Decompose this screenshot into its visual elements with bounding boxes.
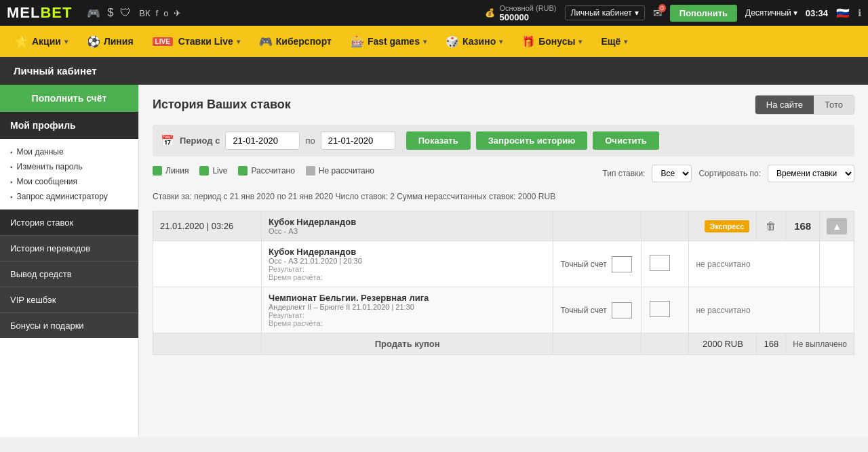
sidebar-admin-request[interactable]: Запрос администратору bbox=[10, 189, 128, 204]
sidebar-profile-label: Мой профиль bbox=[10, 120, 76, 131]
decimal-chevron-icon: ▾ bbox=[793, 8, 797, 18]
legend-line-box bbox=[153, 166, 162, 176]
exact-score-label-1: Точный счет bbox=[560, 256, 634, 272]
nav-live-label: Ставки Live bbox=[178, 36, 233, 47]
casino-chevron-icon: ▾ bbox=[499, 38, 502, 45]
star-icon: ⭐ bbox=[15, 35, 28, 48]
balance-label: Основной (RUB) bbox=[499, 4, 556, 12]
detail-score-1 bbox=[642, 241, 689, 287]
logo-mel: MEL bbox=[7, 4, 40, 21]
account-button[interactable]: Личный кабинет ▾ bbox=[565, 5, 645, 20]
chevron-down-icon: ▾ bbox=[635, 8, 639, 18]
decimal-selector[interactable]: Десятичный ▾ bbox=[745, 8, 797, 18]
fastgames-icon: 🎰 bbox=[351, 35, 364, 48]
nav-item-esport[interactable]: 🎮 Киберспорт bbox=[251, 31, 340, 52]
detail-tournament-1: Кубок Нидерландов bbox=[269, 247, 546, 257]
sidebar-profile-section[interactable]: Мой профиль bbox=[0, 112, 138, 139]
date-to-input[interactable] bbox=[321, 131, 395, 150]
sidebar-my-messages[interactable]: Мои сообщения bbox=[10, 174, 128, 189]
nav-more-label: Ещё bbox=[601, 36, 620, 47]
clear-button[interactable]: Очистить bbox=[593, 131, 659, 150]
nav-bonus-label: Бонусы bbox=[538, 36, 575, 47]
sidebar-withdraw-label: Вывод средств bbox=[10, 269, 72, 279]
sell-row: Продать купон 2000 RUB 168 Не выплачено bbox=[153, 333, 854, 355]
detail-calc-time-label-2: Время расчёта: bbox=[269, 319, 546, 327]
account-label: Личный кабинет bbox=[571, 8, 632, 18]
sell-status: Не выплачено bbox=[793, 340, 847, 349]
expand-button[interactable]: ▲ bbox=[827, 218, 847, 234]
detail-match-2: Чемпионат Бельгии. Резервная лига Андерл… bbox=[262, 287, 553, 333]
legend-row: Линия Live Рассчитано Не рассчитано bbox=[153, 166, 374, 176]
nav-item-live[interactable]: LIVE Ставки Live ▾ bbox=[144, 32, 248, 51]
sidebar-vip-cashback[interactable]: VIP кешбэк bbox=[0, 287, 138, 312]
top-bar: MELBET 🎮 $ 🛡 ВК f о ✈ 💰 Основной (RUB) 5… bbox=[0, 0, 868, 26]
sidebar-withdraw[interactable]: Вывод средств bbox=[0, 261, 138, 287]
sort-select[interactable]: Времени ставки bbox=[768, 165, 854, 182]
bet-detail-row-2: Чемпионат Бельгии. Резервная лига Андерл… bbox=[153, 287, 854, 333]
detail-date-1 bbox=[153, 241, 262, 287]
show-button[interactable]: Показать bbox=[406, 131, 471, 150]
nav-item-more[interactable]: Ещё ▾ bbox=[593, 32, 635, 51]
deposit-button[interactable]: Пополнить bbox=[670, 5, 737, 22]
content-area: История Ваших ставок На сайте Тото 📅 Пер… bbox=[139, 85, 868, 437]
nav-item-line[interactable]: ⚽ Линия bbox=[79, 31, 142, 52]
toggle-site-button[interactable]: На сайте bbox=[755, 96, 814, 114]
sidebar-bet-history[interactable]: История ставок bbox=[0, 209, 138, 235]
bet-market-header bbox=[553, 211, 642, 241]
nav-item-promo[interactable]: ⭐ Акции ▾ bbox=[7, 31, 76, 52]
nav-line-label: Линия bbox=[104, 36, 134, 47]
shield-icon[interactable]: 🛡 bbox=[120, 7, 131, 19]
logo[interactable]: MELBET bbox=[7, 4, 72, 22]
sidebar-bonuses[interactable]: Бонусы и подарки bbox=[0, 312, 138, 338]
info-icon[interactable]: ℹ bbox=[858, 7, 861, 18]
bonus-icon: 🎁 bbox=[521, 35, 535, 48]
request-history-button[interactable]: Запросить историю bbox=[476, 131, 588, 150]
telegram-icon[interactable]: ✈ bbox=[174, 8, 181, 18]
bet-date-value: 21.01.2020 | 03:26 bbox=[160, 221, 233, 231]
deposit-account-button[interactable]: Пополнить счёт bbox=[0, 85, 138, 112]
bet-type-cell: Экспресс bbox=[689, 211, 757, 241]
language-flag[interactable]: 🇷🇺 bbox=[836, 7, 850, 20]
sell-coupon-label[interactable]: Продать купон bbox=[375, 339, 440, 349]
cabinet-title: Личный кабинет bbox=[14, 65, 97, 77]
nav-item-fastgames[interactable]: 🎰 Fast games ▾ bbox=[342, 31, 435, 52]
sidebar-my-data[interactable]: Мои данные bbox=[10, 144, 128, 159]
live-badge: LIVE bbox=[153, 37, 173, 46]
mail-button[interactable]: ✉ 0 bbox=[653, 7, 662, 20]
vk-icon[interactable]: ВК bbox=[139, 8, 150, 18]
instagram-icon[interactable]: о bbox=[163, 8, 168, 18]
sidebar-bonuses-label: Бонусы и подарки bbox=[10, 321, 84, 331]
esport-icon: 🎮 bbox=[259, 35, 273, 48]
sell-amount: 2000 RUB bbox=[703, 339, 743, 349]
sidebar-transfer-history[interactable]: История переводов bbox=[0, 235, 138, 261]
game-icon[interactable]: 🎮 bbox=[87, 7, 100, 20]
nav-item-casino[interactable]: 🎲 Казино ▾ bbox=[437, 31, 511, 52]
not-calculated-label-2: не рассчитано bbox=[696, 306, 750, 315]
bet-detail-row-1: Кубок Нидерландов Осс - АЗ 21.01.2020 | … bbox=[153, 241, 854, 287]
toggle-toto-button[interactable]: Тото bbox=[814, 96, 854, 114]
nav-item-bonus[interactable]: 🎁 Бонусы ▾ bbox=[513, 31, 590, 52]
page-title-row: История Ваших ставок На сайте Тото bbox=[153, 95, 854, 115]
promo-chevron-icon: ▾ bbox=[64, 38, 68, 45]
soccer-icon: ⚽ bbox=[87, 35, 100, 48]
facebook-icon[interactable]: f bbox=[156, 8, 159, 18]
delete-cell[interactable]: 🗑 bbox=[757, 211, 786, 241]
expand-cell[interactable]: ▲ bbox=[820, 211, 854, 241]
legend-calculated-box bbox=[238, 166, 248, 176]
sidebar-my-data-label: Мои данные bbox=[17, 147, 64, 157]
score-box-2a bbox=[612, 302, 632, 319]
legend-line: Линия bbox=[153, 166, 189, 176]
legend-filter-row: Линия Live Рассчитано Не рассчитано Тип … bbox=[153, 165, 854, 182]
detail-result-label-1: Результат: bbox=[269, 265, 546, 273]
bet-type-select[interactable]: Все bbox=[652, 165, 692, 182]
fastgames-chevron-icon: ▾ bbox=[423, 38, 427, 45]
social-links: ВК f о ✈ bbox=[139, 8, 181, 18]
sidebar-bet-history-label: История ставок bbox=[10, 218, 73, 228]
mail-badge: 0 bbox=[658, 4, 666, 12]
more-chevron-icon: ▾ bbox=[624, 38, 627, 45]
dollar-icon[interactable]: $ bbox=[107, 7, 113, 19]
delete-icon[interactable]: 🗑 bbox=[766, 220, 776, 232]
filter-controls: Тип ставки: Все Сортировать по: Времени … bbox=[602, 165, 854, 182]
date-from-input[interactable] bbox=[225, 131, 300, 150]
sidebar-change-password[interactable]: Изменить пароль bbox=[10, 159, 128, 174]
